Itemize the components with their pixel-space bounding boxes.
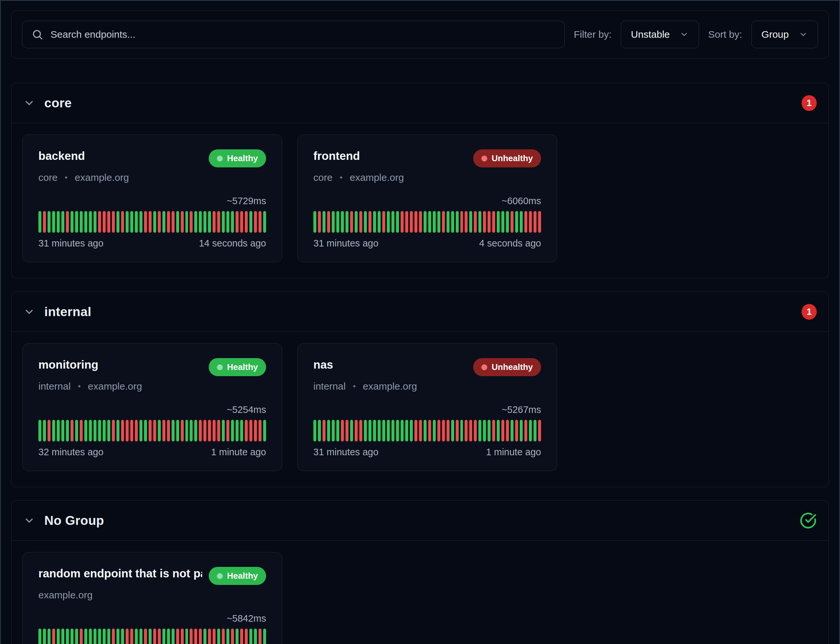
history-bar-failure — [208, 420, 211, 442]
history-bar-success — [226, 211, 230, 233]
history-bar-failure — [359, 211, 362, 233]
history-bar-failure — [245, 629, 248, 644]
history-bar-success — [263, 211, 266, 233]
status-dot-icon — [481, 364, 487, 370]
history-bar-success — [378, 420, 381, 442]
history-bar-success — [433, 420, 436, 442]
history-bar-success — [98, 629, 101, 644]
history-bar-success — [130, 211, 133, 233]
group-cards: monitoring Healthy internal • example.or… — [11, 332, 829, 487]
history-bar-success — [126, 211, 129, 233]
history-bar-success — [38, 629, 41, 644]
history-bar-success — [57, 211, 60, 233]
history-bar-success — [520, 420, 523, 442]
history-bar-failure — [167, 420, 170, 442]
history-bar-success — [478, 420, 481, 442]
search-icon — [31, 28, 43, 40]
history-bar-failure — [254, 211, 257, 233]
group-title: internal — [44, 305, 91, 319]
group-section-core: core 1 backend Healthy core • example.or… — [11, 83, 829, 278]
group-cards: random endpoint that is not part... Heal… — [11, 540, 829, 644]
history-bar-success — [378, 211, 381, 233]
history-bar-success — [240, 420, 243, 442]
group-header-internal[interactable]: internal 1 — [11, 292, 829, 332]
history-bar-success — [364, 420, 367, 442]
history-bar-success — [428, 211, 431, 233]
group-header-no-group[interactable]: No Group — [11, 501, 829, 540]
history-bar-failure — [208, 629, 211, 644]
history-bar-success — [373, 211, 376, 233]
history-bar-failure — [144, 629, 147, 644]
endpoint-card-monitoring[interactable]: monitoring Healthy internal • example.or… — [22, 343, 282, 471]
history-bar-success — [38, 420, 41, 442]
chevron-down-icon — [799, 30, 808, 39]
history-bar-success — [172, 420, 175, 442]
history-bar-success — [144, 420, 147, 442]
history-end-time: 1 minute ago — [486, 447, 541, 458]
history-bar-failure — [350, 211, 353, 233]
history-bar-failure — [181, 629, 184, 644]
history-bar-success — [71, 211, 74, 233]
history-bar-success — [75, 420, 78, 442]
history-bar-success — [497, 211, 500, 233]
endpoint-name: backend — [38, 150, 85, 163]
response-time: ~5254ms — [38, 404, 266, 415]
history-bar-failure — [483, 211, 486, 233]
history-bar-success — [520, 211, 523, 233]
history-bar-success — [89, 211, 92, 233]
history-bar-success — [231, 420, 234, 442]
group-header-core[interactable]: core 1 — [11, 83, 829, 123]
history-bar-success — [423, 211, 427, 233]
history-bar-success — [327, 420, 330, 442]
history-bar-failure — [144, 211, 147, 233]
history-bar-failure — [510, 211, 514, 233]
history-start-time: 31 minutes ago — [38, 238, 103, 249]
history-bar-failure — [158, 629, 161, 644]
filter-select[interactable]: Unstable — [621, 21, 699, 48]
sort-value: Group — [761, 29, 789, 40]
history-bar-failure — [249, 420, 252, 442]
history-bar-success — [341, 211, 344, 233]
history-bar-failure — [533, 211, 536, 233]
history-bar-success — [451, 211, 454, 233]
sort-select[interactable]: Group — [751, 21, 818, 48]
history-bar-success — [66, 420, 69, 442]
history-bar-success — [103, 420, 106, 442]
history-bar-failure — [226, 420, 230, 442]
endpoint-name: monitoring — [38, 358, 98, 371]
history-bar-failure — [341, 420, 344, 442]
history-bar-failure — [442, 211, 445, 233]
endpoint-card-nas[interactable]: nas Unhealthy internal • example.org ~52… — [297, 343, 557, 471]
history-bar-failure — [437, 420, 440, 442]
search-box[interactable] — [22, 21, 565, 48]
history-bar-failure — [43, 211, 46, 233]
history-bar-success — [57, 420, 60, 442]
history-bar-success — [94, 211, 97, 233]
history-bar-failure — [130, 629, 133, 644]
endpoint-card-random[interactable]: random endpoint that is not part... Heal… — [22, 552, 282, 644]
endpoint-card-backend[interactable]: backend Healthy core • example.org ~5729… — [22, 135, 282, 262]
history-bar-success — [185, 211, 188, 233]
history-bar-success — [135, 629, 138, 644]
history-bar-failure — [414, 211, 417, 233]
history-bar-success — [350, 420, 353, 442]
history-bar-failure — [240, 629, 243, 644]
history-bar-success — [382, 420, 385, 442]
history-bar-success — [57, 629, 60, 644]
chevron-down-icon — [23, 97, 35, 109]
history-bar-success — [139, 629, 143, 644]
history-bar-failure — [469, 420, 472, 442]
history-bar-failure — [464, 211, 468, 233]
history-end-time: 4 seconds ago — [479, 238, 541, 249]
history-bar-failure — [107, 211, 110, 233]
search-input[interactable] — [51, 29, 555, 40]
history-bar-failure — [112, 420, 115, 442]
endpoint-card-frontend[interactable]: frontend Unhealthy core • example.org ~6… — [297, 135, 557, 262]
history-bar-failure — [172, 211, 175, 233]
history-bar-failure — [259, 629, 261, 644]
endpoint-name: nas — [313, 358, 333, 371]
history-bar-success — [94, 629, 97, 644]
history-bar-success — [116, 420, 120, 442]
history-bar-success — [89, 629, 92, 644]
status-dot-icon — [217, 364, 223, 370]
